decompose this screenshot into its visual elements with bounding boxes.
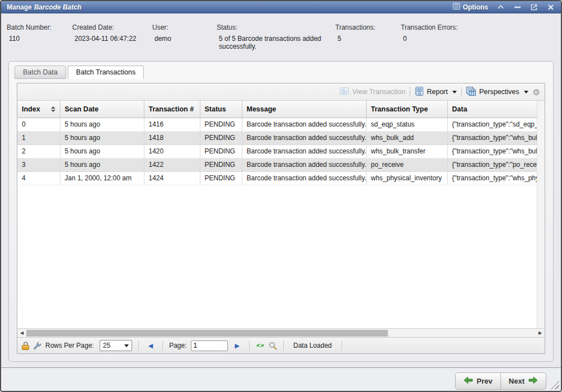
- next-page-arrow-icon[interactable]: ▶: [232, 342, 243, 349]
- pager-bar: Rows Per Page: 25 ◀ Page: ▶: [17, 337, 545, 353]
- column-header-status[interactable]: Status: [200, 101, 242, 118]
- footer-nav-group: Prev Next: [455, 372, 546, 390]
- collapse-button[interactable]: [496, 3, 505, 12]
- cell-data: {"transaction_type":"whs_physical: [447, 171, 537, 185]
- report-dropdown-caret-icon: [452, 91, 457, 94]
- rows-per-page-value: 25: [103, 342, 110, 349]
- minimize-button[interactable]: [513, 3, 522, 12]
- previous-page-arrow-icon[interactable]: ◀: [145, 342, 156, 349]
- rows-per-page-select[interactable]: 25: [100, 340, 132, 351]
- transactions-value: 5: [335, 35, 396, 43]
- close-button[interactable]: [546, 3, 555, 12]
- cell-data: {"transaction_type":"whs_bulk_add: [447, 131, 537, 144]
- cell-status: PENDING: [200, 158, 242, 171]
- view-transaction-icon: [340, 87, 349, 96]
- tab-batch-transactions-label: Batch Transactions: [76, 68, 135, 76]
- horizontal-scrollbar-thumb[interactable]: [26, 330, 388, 337]
- pager-separator: [283, 340, 284, 351]
- perspectives-icon: [466, 87, 476, 97]
- cell-status: PENDING: [200, 118, 242, 131]
- user-value: demo: [152, 35, 212, 43]
- scroll-left-arrow-icon[interactable]: ◀: [17, 331, 26, 335]
- toolbar-separator: [410, 87, 410, 97]
- popout-button[interactable]: [530, 3, 538, 12]
- tab-panel: Batch Data Batch Transactions View Trans…: [8, 61, 554, 362]
- batch-number-label: Batch Number:: [7, 24, 68, 31]
- horizontal-scrollbar-track[interactable]: [26, 329, 536, 337]
- cell-message: Barcode transaction added successfully.: [242, 158, 366, 171]
- options-label: Options: [463, 3, 488, 11]
- next-arrow-icon: [528, 376, 538, 386]
- tab-batch-data[interactable]: Batch Data: [15, 66, 66, 79]
- cell-transaction-number: 1418: [144, 131, 200, 144]
- cell-scan-date: 5 hours ago: [60, 144, 144, 158]
- column-header-transaction-type[interactable]: Transaction Type: [366, 101, 447, 118]
- cell-transaction-type: sd_eqp_status: [366, 118, 447, 131]
- cell-status: PENDING: [200, 131, 242, 144]
- column-header-scan-date[interactable]: Scan Date: [60, 101, 144, 118]
- cell-transaction-number: 1416: [144, 118, 200, 131]
- created-date-label: Created Date:: [72, 24, 148, 31]
- cell-message: Barcode transaction added successfully.: [242, 118, 366, 131]
- perspectives-label: Perspectives: [479, 88, 519, 96]
- pager-separator: [162, 340, 163, 351]
- rows-per-page-label: Rows Per Page:: [45, 342, 94, 349]
- transactions-field: Transactions: 5: [335, 24, 401, 50]
- cell-scan-date: 5 hours ago: [60, 118, 144, 131]
- lock-icon[interactable]: [22, 342, 29, 350]
- cell-status: PENDING: [200, 171, 242, 185]
- options-menu-button[interactable]: Options: [453, 3, 488, 11]
- options-icon: [453, 3, 460, 11]
- report-button[interactable]: Report: [415, 87, 457, 97]
- page-label: Page:: [169, 342, 186, 349]
- table-row[interactable]: 05 hours ago1416PENDINGBarcode transacti…: [17, 118, 537, 131]
- table-row[interactable]: 25 hours ago1420PENDINGBarcode transacti…: [17, 144, 537, 158]
- column-header-message[interactable]: Message: [242, 101, 366, 118]
- column-header-transaction-number[interactable]: Transaction #: [144, 101, 200, 118]
- cell-scan-date: Jan 1, 2000, 12:00 am: [60, 171, 144, 185]
- view-transaction-button[interactable]: View Transaction: [340, 87, 405, 96]
- tab-batch-data-label: Batch Data: [23, 68, 58, 76]
- table-row[interactable]: 15 hours ago1418PENDINGBarcode transacti…: [17, 131, 537, 144]
- search-icon[interactable]: [269, 342, 277, 350]
- cell-data: {"transaction_type":"po_receive",": [447, 158, 537, 171]
- cell-index: 2: [17, 144, 60, 158]
- select-caret-icon: [124, 344, 129, 347]
- next-button[interactable]: Next: [500, 373, 546, 389]
- cell-index: 3: [17, 158, 60, 171]
- table-row[interactable]: 35 hours ago1422PENDINGBarcode transacti…: [17, 158, 537, 171]
- prev-arrow-icon: [463, 376, 473, 386]
- window-title-prefix: Manage: [7, 3, 32, 11]
- grid-toolbar: View Transaction Report Perspectives: [17, 83, 545, 101]
- report-label: Report: [427, 88, 448, 96]
- manage-barcode-batch-window: Manage Barcode Batch Options: [0, 0, 562, 392]
- prev-button[interactable]: Prev: [456, 373, 500, 389]
- footer-bar: Prev Next: [1, 367, 561, 391]
- cell-data: {"transaction_type":"whs_bulk_tran: [447, 144, 537, 158]
- sort-icon[interactable]: [51, 106, 55, 112]
- cell-transaction-number: 1424: [144, 171, 200, 185]
- pager-separator: [138, 340, 139, 351]
- minimize-icon: [514, 6, 521, 8]
- status-label: Status:: [217, 24, 331, 31]
- refresh-icon[interactable]: [256, 342, 265, 349]
- grid-settings-gear-icon[interactable]: ⚙: [533, 88, 540, 96]
- batch-transactions-content: View Transaction Report Perspectives: [17, 83, 545, 354]
- cell-scan-date: 5 hours ago: [60, 131, 144, 144]
- table-header-row: Index Scan Date Transaction # Status Mes…: [17, 101, 537, 118]
- close-icon: [548, 4, 554, 10]
- perspectives-button[interactable]: Perspectives: [466, 87, 528, 97]
- table-row[interactable]: 4Jan 1, 2000, 12:00 am1424PENDINGBarcode…: [17, 171, 537, 185]
- scroll-right-arrow-icon[interactable]: ▶: [536, 331, 545, 335]
- title-bar[interactable]: Manage Barcode Batch Options: [1, 1, 561, 13]
- wrench-icon[interactable]: [33, 342, 41, 350]
- page-number-input[interactable]: [191, 340, 228, 351]
- cell-scan-date: 5 hours ago: [60, 158, 144, 171]
- column-header-data[interactable]: Data: [447, 101, 537, 118]
- pager-separator: [341, 340, 342, 351]
- next-button-label: Next: [509, 377, 524, 385]
- column-header-index[interactable]: Index: [17, 101, 60, 118]
- tab-batch-transactions[interactable]: Batch Transactions: [68, 66, 144, 79]
- resize-grip[interactable]: [551, 381, 559, 389]
- vertical-scrollbar[interactable]: [537, 101, 545, 328]
